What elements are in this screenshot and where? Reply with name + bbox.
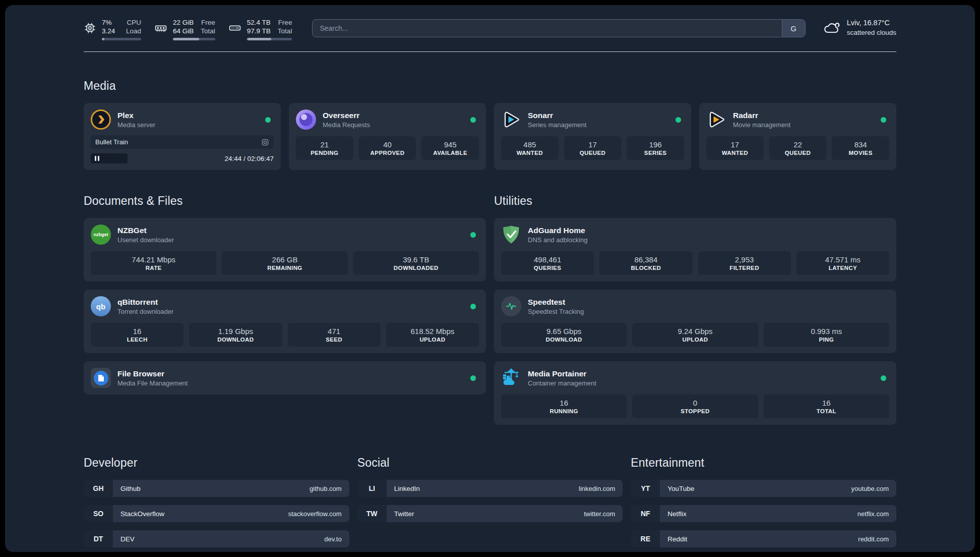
stat-upload: 9.24 GbpsUPLOAD — [632, 323, 758, 347]
status-dot-qbittorrent — [470, 304, 476, 309]
stat-wanted: 17WANTED — [706, 136, 764, 160]
cpu-load: 3.24 — [102, 27, 115, 35]
link-name: YouTube — [667, 485, 694, 492]
link-reddit[interactable]: RE Redditreddit.com — [631, 530, 896, 547]
link-url: dev.to — [324, 535, 341, 543]
app-subtitle-overseerr: Media Requests — [323, 121, 370, 129]
card-overseerr[interactable]: Overseerr Media Requests 21PENDING 40APP… — [289, 103, 486, 170]
app-subtitle-filebrowser: Media File Management — [117, 379, 188, 387]
section-developer: Developer GH Githubgithub.com SO StackOv… — [84, 456, 349, 552]
stat-downloaded: 39.6 TBDOWNLOADED — [353, 251, 479, 275]
app-subtitle-adguard: DNS and adblocking — [528, 236, 588, 244]
link-twitter[interactable]: TW Twittertwitter.com — [357, 505, 623, 522]
card-radarr[interactable]: Radarr Movie management 17WANTED 22QUEUE… — [699, 103, 896, 170]
stat-ping: 0.993 msPING — [764, 323, 889, 347]
link-abbr: DT — [84, 530, 113, 547]
weather-widget: Lviv, 16.87°C scattered clouds — [823, 18, 896, 37]
app-name-filebrowser: File Browser — [117, 369, 188, 378]
card-filebrowser[interactable]: File Browser Media File Management — [84, 361, 486, 395]
pause-button[interactable] — [91, 153, 128, 163]
app-name-sonarr: Sonarr — [528, 110, 586, 120]
stat-download: 1.19 GbpsDOWNLOAD — [189, 323, 282, 347]
card-plex[interactable]: Plex Media server Bullet Train 24:44 / 0… — [84, 103, 281, 170]
cpu-label2: Load — [126, 27, 141, 35]
link-url: youtube.com — [851, 485, 889, 492]
link-linkedin[interactable]: LI LinkedInlinkedin.com — [357, 480, 623, 497]
nzbget-icon: nzbget — [91, 225, 111, 245]
card-sonarr[interactable]: Sonarr Series management 485WANTED 17QUE… — [494, 103, 691, 170]
cpu-label1: CPU — [127, 18, 141, 27]
link-stackoverflow[interactable]: SO StackOverflowstackoverflow.com — [84, 505, 349, 522]
disk-label1: Free — [278, 18, 292, 27]
playback-row: 24:44 / 02:06:47 — [91, 153, 274, 163]
dashboard-page: 7%CPU 3.24Load 22 GiBFree 64 GiBTotal — [5, 5, 975, 552]
stat-approved: 40APPROVED — [359, 136, 416, 160]
card-adguard[interactable]: AdGuard Home DNS and adblocking 498,461Q… — [494, 218, 896, 282]
stat-blocked: 86,384BLOCKED — [599, 251, 692, 275]
app-name-overseerr: Overseerr — [323, 110, 370, 120]
cpu-stat: 7%CPU 3.24Load — [84, 18, 141, 40]
link-name: Twitter — [394, 510, 414, 518]
filebrowser-icon — [91, 368, 111, 388]
stat-series: 196SERIES — [627, 136, 684, 160]
memory-label1: Free — [201, 18, 215, 27]
weather-condition: scattered clouds — [847, 28, 896, 37]
link-github[interactable]: GH Githubgithub.com — [84, 480, 349, 497]
app-subtitle-qbittorrent: Torrent downloader — [117, 307, 173, 316]
link-name: StackOverflow — [120, 510, 164, 518]
topbar: 7%CPU 3.24Load 22 GiBFree 64 GiBTotal — [84, 18, 896, 40]
app-subtitle-speedtest: Speedtest Tracking — [528, 307, 584, 316]
card-qbittorrent[interactable]: qb qBittorrent Torrent downloader 16LEEC… — [84, 290, 486, 353]
sonarr-icon — [501, 109, 521, 130]
link-url: github.com — [310, 485, 342, 492]
app-subtitle-radarr: Movie management — [733, 121, 790, 129]
now-playing-title: Bullet Train — [95, 138, 128, 146]
stat-total: 16TOTAL — [764, 395, 889, 418]
card-speedtest[interactable]: Speedtest Speedtest Tracking 9.65 GbpsDO… — [494, 290, 896, 353]
stat-leech: 16LEECH — [91, 323, 183, 347]
section-media: Media Plex Media server Bullet Train — [84, 79, 896, 170]
search-input[interactable] — [313, 20, 781, 37]
stat-queued: 22QUEUED — [769, 136, 827, 160]
section-title-entertainment: Entertainment — [631, 456, 896, 470]
disk-stat: 52.4 TBFree 97.9 TBTotal — [228, 18, 292, 40]
search-bar: G — [312, 19, 805, 37]
link-youtube[interactable]: YT YouTubeyoutube.com — [631, 480, 896, 497]
stat-latency: 47.571 msLATENCY — [797, 251, 889, 275]
section-documents: Documents & Files nzbget NZBGet Usenet d… — [84, 194, 486, 425]
stat-available: 945AVAILABLE — [421, 136, 479, 160]
adguard-icon — [501, 225, 521, 245]
app-name-nzbget: NZBGet — [117, 226, 174, 235]
link-netflix[interactable]: NF Netflixnetflix.com — [631, 505, 896, 522]
link-url: twitter.com — [584, 510, 615, 518]
link-dev[interactable]: DT DEVdev.to — [84, 530, 349, 547]
now-playing-row: Bullet Train — [91, 135, 274, 149]
stat-wanted: 485WANTED — [501, 136, 559, 160]
link-name: Github — [120, 485, 141, 492]
radarr-icon — [706, 109, 726, 130]
memory-free: 22 GiB — [173, 18, 194, 27]
stat-seed: 471SEED — [288, 323, 381, 347]
link-name: LinkedIn — [394, 485, 420, 492]
search-engine-button[interactable]: G — [782, 20, 805, 37]
section-title-utilities: Utilities — [494, 194, 896, 208]
cpu-percent: 7% — [102, 18, 112, 27]
portainer-icon — [501, 368, 521, 388]
disk-label2: Total — [278, 27, 292, 35]
status-dot-filebrowser — [470, 375, 476, 381]
card-nzbget[interactable]: nzbget NZBGet Usenet downloader 744.21 M… — [84, 218, 486, 282]
stat-movies: 834MOVIES — [832, 136, 889, 160]
section-title-social: Social — [357, 456, 623, 470]
link-abbr: GH — [84, 480, 113, 497]
card-portainer[interactable]: Media Portainer Container management 16R… — [494, 361, 896, 425]
section-utilities: Utilities AdGuard Home DNS and adblockin… — [494, 194, 896, 425]
app-name-radarr: Radarr — [733, 110, 790, 120]
stat-download: 9.65 GbpsDOWNLOAD — [501, 323, 627, 347]
stat-stopped: 0STOPPED — [632, 395, 758, 418]
memory-label2: Total — [201, 27, 215, 35]
link-url: reddit.com — [858, 535, 889, 543]
link-name: Netflix — [667, 510, 687, 518]
session-icon[interactable] — [261, 138, 269, 146]
stat-upload: 618.52 MbpsUPLOAD — [386, 323, 479, 347]
plex-icon — [91, 109, 111, 130]
